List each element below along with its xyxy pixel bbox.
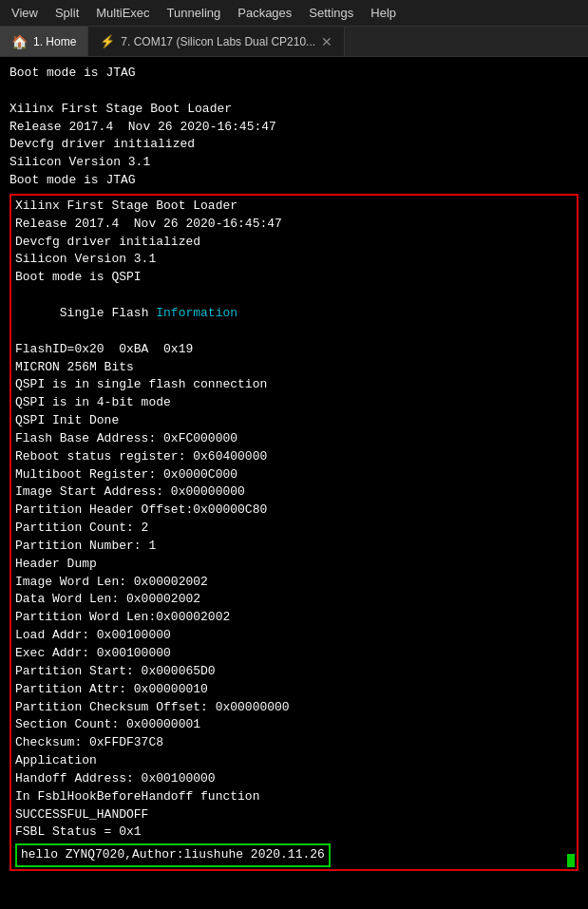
rb-line-multiboot: Multiboot Register: 0x0000C000 xyxy=(15,466,573,484)
green-box-line: hello ZYNQ7020,Author:liushuhe 2020.11.2… xyxy=(21,846,325,864)
rb-line-exec-addr: Exec Addr: 0x00100000 xyxy=(15,645,573,663)
tab-home[interactable]: 🏠 1. Home xyxy=(0,27,88,56)
line-empty-1 xyxy=(9,83,579,101)
rb-line-section-count: Section Count: 0x00000001 xyxy=(15,716,573,734)
rb-line-flashid: FlashID=0x20 0xBA 0x19 xyxy=(15,341,573,359)
line-boot-jtag-1: Boot mode is JTAG xyxy=(9,65,579,83)
rb-line-silicon: Silicon Version 3.1 xyxy=(15,251,573,269)
terminal: Boot mode is JTAG Xilinx First Stage Boo… xyxy=(0,57,588,909)
rb-line-successful-handoff: SUCCESSFUL_HANDOFF xyxy=(15,806,573,824)
rb-line-partition-number: Partition Number: 1 xyxy=(15,538,573,556)
rb-line-data-word: Data Word Len: 0x00002002 xyxy=(15,591,573,609)
rb-line-qspi-4bit: QSPI is in 4-bit mode xyxy=(15,394,573,412)
rb-line-load-addr: Load Addr: 0x00100000 xyxy=(15,627,573,645)
rb-line-qspi-single: QSPI is in single flash connection xyxy=(15,376,573,394)
tab-com17-label: 7. COM17 (Silicon Labs Dual CP210... xyxy=(121,35,315,48)
tab-com17[interactable]: ⚡ 7. COM17 (Silicon Labs Dual CP210... ✕ xyxy=(88,27,345,56)
rb-line-checksum-offset: Partition Checksum Offset: 0x00000000 xyxy=(15,699,573,717)
rb-line-micron: MICRON 256M Bits xyxy=(15,359,573,377)
rb-line-boot-qspi: Boot mode is QSPI xyxy=(15,269,573,287)
single-flash-text: Single Flash xyxy=(60,306,156,320)
menu-view[interactable]: View xyxy=(4,3,46,23)
rb-line-fsbl-hook: In FsblHookBeforeHandoff function xyxy=(15,788,573,806)
rb-line-partition-count: Partition Count: 2 xyxy=(15,520,573,538)
tabbar: 🏠 1. Home ⚡ 7. COM17 (Silicon Labs Dual … xyxy=(0,27,588,57)
rb-line-partition-attr: Partition Attr: 0x00000010 xyxy=(15,681,573,699)
rb-line-qspi-init: QSPI Init Done xyxy=(15,412,573,430)
rb-line-devcfg: Devcfg driver initialized xyxy=(15,234,573,252)
line-release-1: Release 2017.4 Nov 26 2020-16:45:47 xyxy=(9,119,579,137)
rb-line-partition-header: Partition Header Offset:0x00000C80 xyxy=(15,502,573,520)
menu-settings[interactable]: Settings xyxy=(301,3,361,23)
menu-split[interactable]: Split xyxy=(47,3,86,23)
rb-line-fsbl-status: FSBL Status = 0x1 xyxy=(15,824,573,842)
rb-line-xilinx: Xilinx First Stage Boot Loader xyxy=(15,198,573,216)
green-bordered-box: hello ZYNQ7020,Author:liushuhe 2020.11.2… xyxy=(15,843,331,867)
rb-line-image-word: Image Word Len: 0x00002002 xyxy=(15,574,573,592)
close-icon[interactable]: ✕ xyxy=(321,34,332,49)
menubar: View Split MultiExec Tunneling Packages … xyxy=(0,0,588,27)
home-icon: 🏠 xyxy=(11,34,28,49)
rb-line-release: Release 2017.4 Nov 26 2020-16:45:47 xyxy=(15,216,573,234)
rb-line-image-start: Image Start Address: 0x00000000 xyxy=(15,483,573,502)
rb-line-partition-word: Partition Word Len:0x00002002 xyxy=(15,609,573,627)
line-boot-jtag-2: Boot mode is JTAG xyxy=(9,172,579,190)
tab-home-label: 1. Home xyxy=(33,35,76,48)
menu-packages[interactable]: Packages xyxy=(230,3,299,23)
scroll-indicator xyxy=(567,854,575,867)
menu-tunneling[interactable]: Tunneling xyxy=(160,3,229,23)
rb-line-header-dump: Header Dump xyxy=(15,556,573,574)
red-bordered-box: AI AI AI AI Xilinx First Stage Boot Load… xyxy=(9,194,579,871)
rb-line-partition-start: Partition Start: 0x000065D0 xyxy=(15,663,573,681)
menu-help[interactable]: Help xyxy=(363,3,404,23)
rb-line-application: Application xyxy=(15,752,573,770)
serial-icon: ⚡ xyxy=(100,34,115,48)
rb-line-flash-base: Flash Base Address: 0xFC000000 xyxy=(15,430,573,448)
line-silicon-1: Silicon Version 3.1 xyxy=(9,154,579,172)
rb-line-handoff-addr: Handoff Address: 0x00100000 xyxy=(15,770,573,788)
pre-terminal-output: Boot mode is JTAG Xilinx First Stage Boo… xyxy=(9,65,579,190)
rb-line-reboot: Reboot status register: 0x60400000 xyxy=(15,448,573,466)
menu-multiexec[interactable]: MultiExec xyxy=(88,3,157,23)
information-text: Information xyxy=(156,306,237,320)
rb-line-checksum: Checksum: 0xFFDF37C8 xyxy=(15,734,573,752)
line-xilinx-1: Xilinx First Stage Boot Loader xyxy=(9,101,579,119)
line-devcfg-1: Devcfg driver initialized xyxy=(9,136,579,154)
rb-line-single-flash: Single Flash Information xyxy=(15,287,573,341)
